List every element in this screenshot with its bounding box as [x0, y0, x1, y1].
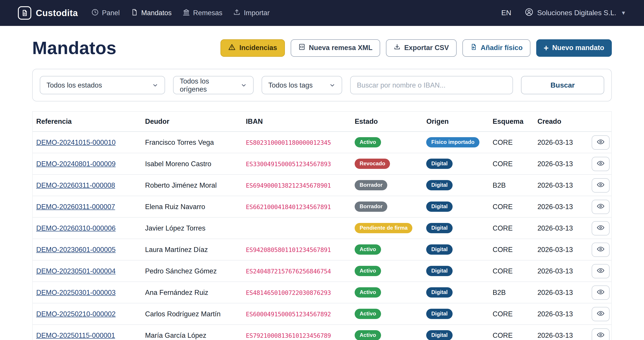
iban-value: ES6949000138212345678901 — [246, 182, 331, 189]
created-date: 2026-03-13 — [534, 260, 582, 282]
iban-value: ES8023100001180000012345 — [246, 139, 331, 146]
scheme-value: CORE — [489, 196, 534, 217]
page-header: Mandatos Incidencias Nueva remesa XML — [0, 26, 644, 69]
origen-select[interactable]: Todos los orígenes — [173, 76, 254, 94]
view-mandate-button[interactable] — [592, 264, 610, 278]
brand[interactable]: Custodita — [18, 6, 78, 20]
mandate-reference-link[interactable]: DEMO-20250210-000002 — [36, 310, 116, 318]
mandate-reference-link[interactable]: DEMO-20250115-000001 — [36, 331, 115, 339]
chevron-down-icon — [329, 82, 336, 88]
exportar-label: Exportar CSV — [404, 44, 449, 52]
chevron-down-icon — [240, 82, 247, 88]
mandate-reference-link[interactable]: DEMO-20241015-000010 — [36, 138, 116, 146]
account-name: Soluciones Digitales S.L. — [537, 9, 616, 17]
warning-icon — [228, 43, 236, 52]
debtor-name: Elena Ruiz Navarro — [142, 196, 242, 217]
view-mandate-button[interactable] — [592, 242, 610, 257]
nav-item-remesas[interactable]: Remesas — [182, 8, 222, 18]
chevron-down-icon: ▼ — [621, 10, 626, 16]
status-badge: Activo — [355, 266, 381, 276]
main-nav: Panel Mandatos Remesas — [91, 8, 270, 18]
scheme-value: CORE — [489, 132, 534, 153]
upload-icon — [233, 8, 240, 18]
eye-icon — [596, 224, 605, 232]
mandate-reference-link[interactable]: DEMO-20250301-000003 — [36, 288, 116, 296]
origin-badge: Físico importado — [426, 137, 480, 147]
origin-badge: Digital — [426, 330, 452, 340]
status-badge: Activo — [355, 330, 381, 340]
table-row: DEMO-20260310-000006 Javier López Torres… — [33, 217, 611, 239]
view-mandate-button[interactable] — [592, 178, 610, 192]
nav-item-panel[interactable]: Panel — [91, 8, 120, 18]
view-mandate-button[interactable] — [592, 157, 610, 171]
nueva-remesa-xml-button[interactable]: Nueva remesa XML — [290, 39, 380, 56]
panel-icon — [91, 8, 99, 18]
top-navigation-bar: Custodita Panel Mandatos — [0, 0, 644, 26]
debtor-name: Pedro Sánchez Gómez — [142, 260, 242, 282]
view-mandate-button[interactable] — [592, 307, 610, 321]
chevron-down-icon — [152, 82, 158, 88]
origin-badge: Digital — [426, 180, 452, 190]
anadir-fisico-button[interactable]: Añadir físico — [462, 39, 530, 56]
origin-badge: Digital — [426, 309, 452, 319]
created-date: 2026-03-13 — [534, 217, 582, 239]
mandate-reference-link[interactable]: DEMO-20260311-000008 — [36, 181, 115, 189]
search-input[interactable] — [350, 76, 513, 94]
mandate-reference-link[interactable]: DEMO-20240801-000009 — [36, 160, 116, 167]
origin-badge: Digital — [426, 223, 452, 233]
iban-value: ES3300491500051234567893 — [246, 160, 331, 167]
column-header-iban: IBAN — [242, 112, 351, 132]
debtor-name: Javier López Torres — [142, 217, 242, 239]
table-row: DEMO-20260311-000007 Elena Ruiz Navarro … — [33, 196, 611, 217]
iban-value: ES9420805801101234567891 — [246, 246, 331, 253]
scheme-value: CORE — [489, 325, 534, 340]
nav-item-label: Panel — [102, 9, 120, 17]
mandates-table-body: DEMO-20241015-000010 Francisco Torres Ve… — [33, 132, 611, 340]
nav-item-mandatos[interactable]: Mandatos — [130, 8, 172, 18]
view-mandate-button[interactable] — [592, 200, 610, 214]
status-badge: Activo — [355, 137, 381, 147]
created-date: 2026-03-13 — [534, 174, 582, 196]
created-date: 2026-03-13 — [534, 196, 582, 217]
exportar-csv-button[interactable]: Exportar CSV — [386, 39, 456, 56]
buscar-button[interactable]: Buscar — [521, 76, 604, 94]
document-icon — [130, 8, 138, 18]
file-plus-icon — [470, 43, 477, 52]
table-row: DEMO-20241015-000010 Francisco Torres Ve… — [33, 132, 611, 153]
view-mandate-button[interactable] — [592, 285, 610, 300]
scheme-value: CORE — [489, 239, 534, 260]
view-mandate-button[interactable] — [592, 328, 610, 340]
mandate-reference-link[interactable]: DEMO-20230601-000005 — [36, 246, 116, 253]
scheme-value: B2B — [489, 282, 534, 303]
nav-item-importar[interactable]: Importar — [233, 8, 270, 18]
mandate-reference-link[interactable]: DEMO-20260310-000006 — [36, 224, 116, 232]
scheme-value: CORE — [489, 217, 534, 239]
origen-select-value: Todos los orígenes — [180, 77, 234, 93]
view-mandate-button[interactable] — [592, 135, 610, 149]
estado-select[interactable]: Todos los estados — [40, 76, 165, 94]
debtor-name: María García López — [142, 325, 242, 340]
table-row: DEMO-20230501-000004 Pedro Sánchez Gómez… — [33, 260, 611, 282]
view-mandate-button[interactable] — [592, 221, 610, 235]
scheme-value: CORE — [489, 153, 534, 174]
column-header-creado: Creado — [534, 112, 582, 132]
mandate-reference-link[interactable]: DEMO-20230501-000004 — [36, 267, 116, 275]
table-row: DEMO-20230601-000005 Laura Martínez Díaz… — [33, 239, 611, 260]
anadir-fisico-label: Añadir físico — [480, 44, 522, 52]
language-switcher[interactable]: EN — [501, 9, 511, 17]
nuevo-mandato-button[interactable]: + Nuevo mandato — [536, 39, 612, 56]
iban-value: ES6621000418401234567891 — [246, 203, 331, 210]
column-header-esquema: Esquema — [489, 112, 534, 132]
origin-badge: Digital — [426, 287, 452, 298]
topbar-right: EN Soluciones Digitales S.L. ▼ — [501, 7, 626, 18]
account-menu[interactable]: Soluciones Digitales S.L. ▼ — [524, 7, 626, 18]
column-header-deudor: Deudor — [142, 112, 242, 132]
user-icon — [524, 7, 534, 18]
mandate-reference-link[interactable]: DEMO-20260311-000007 — [36, 203, 115, 210]
eye-icon — [596, 267, 605, 275]
iban-value: ES7921000813610123456789 — [246, 332, 331, 339]
nav-item-label: Importar — [244, 9, 270, 17]
scheme-value: CORE — [489, 303, 534, 325]
incidencias-button[interactable]: Incidencias — [220, 39, 285, 56]
tags-select[interactable]: Todos los tags — [262, 76, 342, 94]
